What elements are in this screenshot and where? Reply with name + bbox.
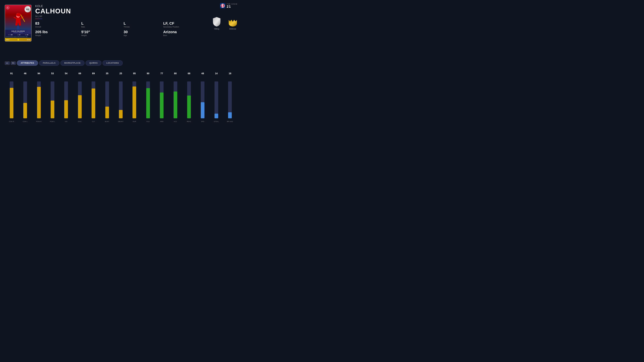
attr-bar-dbunt [119, 81, 122, 118]
player-stats-grid: 83 Overall L Bats L Throws LF, CF Second… [35, 21, 204, 36]
attr-reac: 68 REAC [182, 72, 196, 122]
player-id: 56 | RF [35, 15, 42, 19]
attr-bar-powl [51, 81, 54, 118]
attr-dur: 95 DUR [128, 72, 141, 122]
attr-bar-bunt [105, 81, 109, 118]
attr-disc: 69 DISC [73, 72, 86, 122]
attr-name-conr: CON R [9, 121, 14, 122]
award-hitting: Hitting [212, 17, 221, 30]
attr-value-clt: 89 [92, 72, 95, 75]
card-player-position: RIGHT FIELD [6, 32, 30, 33]
month-award-icon [17, 38, 20, 41]
card-name-area: KOLE CALHOUN RIGHT FIELD [5, 30, 31, 34]
player-card: A 83 KOLE CALHOUN RIGHT FIELD AVG .32 [5, 5, 32, 41]
attr-steal: 14 STEAL [210, 72, 223, 122]
attr-name-spd: SPD [201, 121, 204, 122]
stat-weight: 205 lbs Weight [35, 30, 73, 36]
attr-fld: 90 FLD [141, 72, 155, 122]
attr-bar-arm [160, 81, 164, 118]
attr-value-conr: 91 [10, 72, 13, 75]
attr-value-vis: 54 [65, 72, 68, 75]
tab-attributes[interactable]: ATTRIBUTES [17, 60, 38, 66]
card-player-name: KOLE CALHOUN [6, 30, 30, 32]
attr-acc: 80 ACC [168, 72, 182, 122]
attr-value-reac: 68 [188, 72, 190, 75]
attr-value-conl: 46 [24, 72, 26, 75]
stat-secondary-position: LF, CF Secondary Position [163, 21, 204, 28]
attr-name-dur: DUR [133, 121, 136, 122]
attr-value-fld: 90 [147, 72, 150, 75]
svg-marker-8 [17, 38, 20, 41]
attr-value-steal: 14 [215, 72, 218, 75]
hitting-award-icon [212, 17, 221, 27]
attr-bar-fill-powl [51, 100, 54, 118]
attr-name-arm: ARM [160, 121, 164, 122]
attr-name-powl: POW L [50, 121, 55, 122]
attr-bunt: 35 BUNT [100, 72, 114, 122]
stat-age: 30 Age [124, 30, 155, 36]
attr-value-acc: 80 [174, 72, 177, 75]
attr-bar-fill-spd [201, 102, 204, 118]
award-defense-label: Defense [230, 28, 236, 30]
tab-l1-button[interactable]: L1 [5, 61, 10, 65]
mlb-logo-icon [220, 3, 226, 8]
attr-bar-fill-disc [78, 95, 82, 118]
attr-bar-fill-bragg [228, 112, 232, 118]
attr-name-steal: STEAL [214, 121, 219, 122]
attr-bar-steal [214, 81, 218, 118]
attr-bar-fill-powr [37, 87, 41, 118]
attr-pow-l: 53 POW L [46, 72, 59, 122]
attr-value-powl: 53 [51, 72, 54, 75]
card-description: Led the American League in HR (10) and S… [5, 36, 31, 38]
attr-bar-conl [23, 81, 27, 118]
defense-award-icon [228, 17, 238, 27]
player-silhouette-icon [9, 10, 27, 30]
tab-navigation: L1 R1 ATTRIBUTES PARALLELS MARKETPLACE Q… [5, 60, 123, 66]
tab-locations[interactable]: LOCATIONS [102, 60, 122, 66]
attr-name-reac: REAC [187, 121, 191, 122]
attr-name-bunt: BUNT [105, 121, 109, 122]
player-last-name: CALHOUN [35, 8, 204, 14]
card-rating-badge: 83 [24, 6, 31, 12]
attr-name-conl: CON L [23, 121, 28, 122]
card-footer: JULY 2018 [5, 38, 31, 41]
attr-bar-fill-dbunt [119, 110, 122, 118]
attr-value-bunt: 35 [106, 72, 108, 75]
attr-name-dbunt: DBUNT [118, 121, 124, 122]
game-version: 21 [227, 5, 231, 8]
attr-spd: 48 SPD [196, 72, 210, 122]
attr-dbunt: 25 DBUNT [114, 72, 128, 122]
player-info: KOLE CALHOUN 56 | RF 83 Overall L Bats L… [35, 5, 204, 36]
attr-bar-fill-steal [214, 114, 218, 118]
attr-bar-fill-vis [64, 100, 68, 118]
attr-value-spd: 48 [202, 72, 204, 75]
tab-r1-button[interactable]: R1 [11, 61, 16, 65]
attr-name-disc: DISC [78, 121, 82, 122]
attr-con-r: 91 CON R [5, 72, 18, 122]
game-logo: THE SHOW 21 [220, 3, 238, 8]
stat-bats: L Bats [81, 21, 116, 28]
attr-bar-fill-fld [146, 88, 150, 118]
attr-bar-reac [187, 81, 191, 118]
attr-value-arm: 77 [160, 72, 163, 75]
award-icons: Hitting Defense [212, 17, 238, 30]
stat-height: 5'10" Height [81, 30, 116, 36]
attr-name-vis: VIS [65, 121, 68, 122]
stat-born: Arizona Born [163, 30, 204, 36]
attr-name-fld: FLD [146, 121, 150, 122]
tab-marketplace[interactable]: MARKETPLACE [60, 60, 84, 66]
attr-clt: 89 CLT [86, 72, 100, 122]
attr-bar-fill-reac [187, 95, 191, 118]
tab-quirks[interactable]: QUIRKS [86, 60, 102, 66]
attr-value-bragg: 18 [228, 72, 231, 75]
attr-con-l: 46 CON L [18, 72, 32, 122]
attr-bar-spd [201, 81, 204, 118]
attr-bar-fill-conl [23, 103, 27, 118]
attr-name-bragg: BR AGG [227, 121, 233, 122]
attr-pow-r: 94 POW R [32, 72, 46, 122]
attr-bar-fld [146, 81, 150, 118]
attr-name-acc: ACC [174, 121, 177, 122]
attr-bar-powr [37, 81, 41, 118]
tab-parallels[interactable]: PARALLELS [39, 60, 60, 66]
attr-bar-dur [132, 81, 136, 118]
